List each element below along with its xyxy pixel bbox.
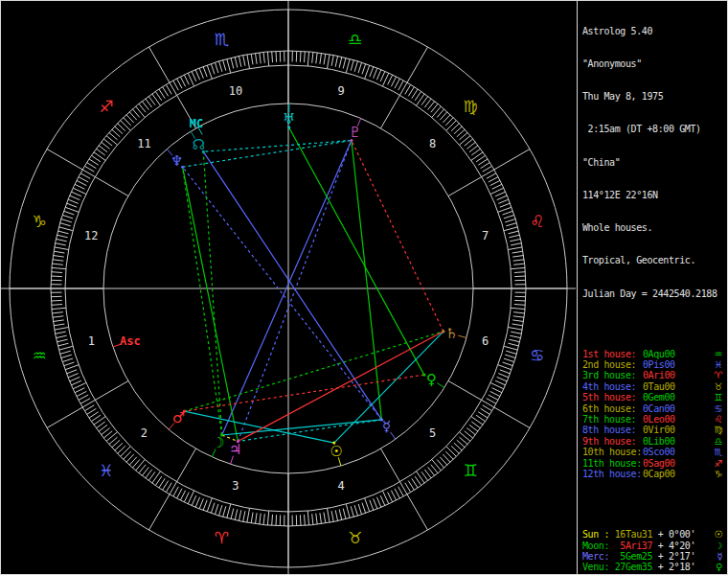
planet-pointer-venus [437, 383, 444, 388]
planet-latitude: + 1°32' [652, 573, 695, 574]
astrolog-window: ♈♉♊♋♌♍♎♏♐♑♒♓123456789101112☉☽☿♀♂♃♄♅♆♇☊MC… [0, 0, 728, 575]
planet-glyph-venus: ♀ [426, 371, 437, 388]
planet-glyph-moon: ☽ [212, 434, 224, 451]
house-row: 5th house:0Gem00♊ [582, 392, 725, 402]
house-label: 10th house: [582, 447, 643, 457]
aspect-mercury-neptune-opposition [183, 167, 382, 420]
planet-name: Sun : [582, 529, 609, 540]
house-row: 8th house:0Vir00♍ [582, 425, 725, 435]
chart-coordinates: 114°12E 22°16N [582, 190, 725, 200]
aspect-moon-neptune-trine [183, 167, 222, 435]
house-label: 6th house: [582, 403, 643, 414]
sign-glyph-libra: ♎ [348, 30, 362, 49]
planet-glyph: ☽ [714, 540, 725, 551]
planet-glyph-uranus: ♅ [283, 110, 295, 127]
house-number-7: 7 [482, 229, 489, 242]
house-row: 10th house:0Sco00♏ [582, 447, 725, 457]
sign-glyph: ♎ [714, 436, 725, 447]
house-number-3: 3 [232, 479, 239, 493]
house-row: 3rd house:0Ari00♈ [582, 370, 725, 380]
aspect-neptune-pluto-sextile [183, 141, 352, 168]
house-row: 9th house:0Lib00♎ [582, 436, 725, 447]
house-row: 4th house:0Tau00♉ [582, 381, 725, 392]
planet-row: Moon: 5Ari37 + 4°20'☽ [582, 540, 725, 551]
planet-position: 16Tau31 [609, 529, 652, 540]
planet-glyph: ♂ [714, 573, 725, 574]
planet-row: Mars: 19Pis43 + 1°32'♂ [582, 573, 725, 574]
sign-glyph-taurus: ♉ [348, 528, 362, 547]
house-row: 11th house:0Sag00♐ [582, 458, 725, 469]
house-number-11: 11 [137, 137, 150, 150]
planet-pointer-saturn [458, 335, 466, 337]
planet-glyph-mercury: ☿ [382, 418, 391, 435]
planet-glyph-node: ☊ [193, 136, 205, 153]
sign-glyph-aries: ♈ [215, 528, 229, 547]
planet-name: Moon: [582, 540, 609, 551]
sign-glyph-scorpio: ♏ [215, 30, 229, 49]
sign-glyph: ♐ [714, 458, 725, 469]
aspect-lines [183, 127, 444, 443]
house-cusp-value: 0Vir00 [643, 425, 675, 435]
sign-glyph-gemini: ♊ [464, 461, 478, 480]
planet-name: Venu: [582, 562, 609, 572]
julian-day: Julian Day = 2442540.2188 [582, 288, 725, 299]
sign-glyph-pisces: ♓ [99, 461, 113, 480]
sign-glyph-cancer: ♋ [530, 346, 544, 365]
house-number-6: 6 [482, 334, 489, 348]
sign-glyph: ♋ [714, 403, 725, 414]
sign-glyph: ♒ [714, 349, 725, 359]
house-number-2: 2 [141, 426, 148, 440]
planet-name: Merc: [582, 551, 609, 562]
planet-glyph-jupiter: ♃ [229, 441, 241, 458]
house-list: 1st house:0Aqu00♒2nd house:0Pis00♓3rd ho… [582, 349, 725, 480]
chart-name: "Anonymous" [582, 58, 725, 69]
house-label: 9th house: [582, 436, 643, 447]
planet-name: Mars: [582, 573, 609, 574]
planet-row: Sun : 16Tau31 + 0°00'☉ [582, 529, 725, 540]
sign-glyph: ♌ [714, 414, 725, 425]
aspect-moon-node-trine [203, 151, 221, 435]
house-number-9: 9 [337, 84, 344, 98]
house-cusp-value: 0Pis00 [643, 359, 675, 370]
house-cusp-value: 0Aqu00 [643, 349, 675, 359]
planet-glyph-pluto: ♇ [349, 124, 361, 141]
house-label: 11th house: [582, 458, 643, 469]
house-cusp-value: 0Sag00 [643, 458, 675, 469]
aspect-jupiter-pluto-opposition [238, 141, 352, 442]
planet-position: 27Gem35 [609, 562, 652, 572]
sign-glyph-leo: ♌ [530, 212, 544, 231]
chart-time: 2:15am (DT +8:00 GMT) [582, 124, 725, 134]
spacer [582, 501, 725, 507]
sign-glyph-aquarius: ♒ [33, 346, 47, 365]
house-label: 7th house: [582, 414, 643, 425]
house-cusp-value: 0Gem00 [643, 392, 675, 402]
planet-glyph-saturn: ♄ [445, 325, 458, 342]
spacer [582, 321, 725, 327]
aspect-pluto-node-sextile [203, 141, 352, 152]
aspect-jupiter-neptune-trine [183, 167, 239, 441]
house-cusp-value: 0Lib00 [643, 436, 675, 447]
sign-glyph: ♓ [714, 359, 725, 370]
house-number-1: 1 [88, 334, 95, 348]
sign-glyph-virgo: ♍ [464, 97, 478, 116]
planet-row: Venu: 27Gem35 + 2°18'♀ [582, 562, 725, 572]
sign-glyph-sagittarius: ♐ [99, 97, 113, 116]
planet-pointer-mercury [391, 432, 396, 439]
house-cusp-value: 0Leo00 [643, 414, 675, 425]
sign-glyph: ♍ [714, 425, 725, 435]
house-cusp-value: 0Ari00 [643, 370, 675, 380]
planet-glyph: ☿ [717, 551, 725, 562]
zodiac-system: Tropical, Geocentric. [582, 255, 725, 265]
planet-glyph-sun: ☉ [330, 443, 343, 460]
house-row: 12th house:0Cap00♑ [582, 469, 725, 479]
house-cusp-value: 0Sco00 [643, 447, 675, 457]
house-label: 2nd house: [582, 359, 643, 370]
wheel-svg: ♈♉♊♋♌♍♎♏♐♑♒♓123456789101112☉☽☿♀♂♃♄♅♆♇☊MC… [1, 1, 576, 574]
sign-glyph: ♑ [714, 469, 725, 479]
house-row: 7th house:0Leo00♌ [582, 414, 725, 425]
house-label: 5th house: [582, 392, 643, 402]
planet-list: Sun : 16Tau31 + 0°00'☉Moon: 5Ari37 + 4°2… [582, 529, 725, 574]
planet-position: 5Gem25 [609, 551, 652, 562]
planet-row: Merc: 5Gem25 + 2°17'☿ [582, 551, 725, 562]
sign-glyph-capricorn: ♑ [33, 212, 47, 231]
